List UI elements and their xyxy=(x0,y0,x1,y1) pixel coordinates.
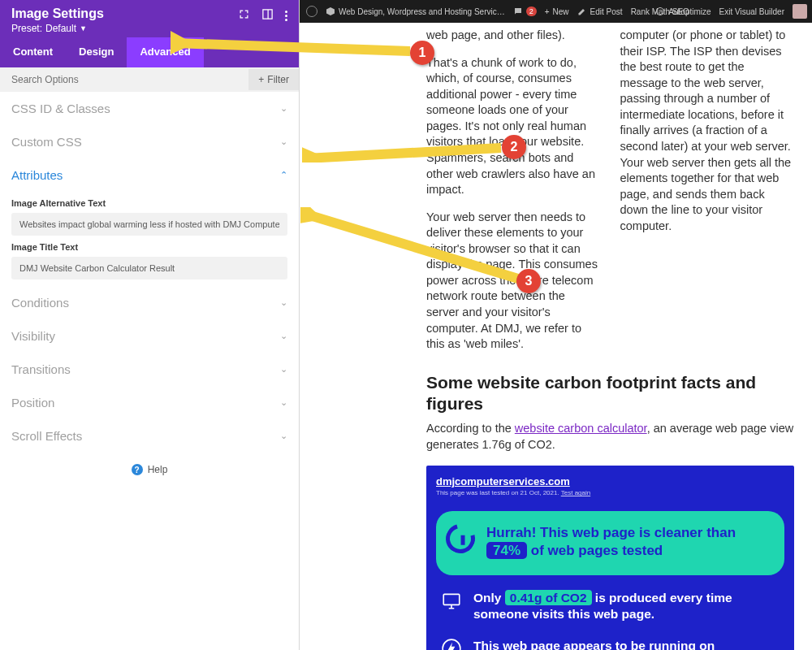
chevron-down-icon: ⌄ xyxy=(280,103,287,114)
title-text-label: Image Title Text xyxy=(11,242,287,252)
page-preview: Web Design, Wordpress and Hosting Servic… xyxy=(300,0,812,650)
section-scroll-effects[interactable]: Scroll Effects ⌄ xyxy=(0,419,299,453)
gauge-icon xyxy=(440,519,480,559)
panel-header: Image Settings Preset: Default ▼ xyxy=(0,0,299,37)
article-text: web page, and other files). xyxy=(426,28,601,44)
exit-visual-builder[interactable]: Exit Visual Builder xyxy=(719,7,784,16)
tab-design[interactable]: Design xyxy=(66,37,127,67)
plus-icon: + xyxy=(258,74,264,85)
panel-title: Image Settings xyxy=(11,6,238,21)
section-attributes-body: Image Alternative Text Image Title Text xyxy=(0,198,299,286)
section-custom-css[interactable]: Custom CSS ⌄ xyxy=(0,125,299,158)
wp-logo-icon[interactable] xyxy=(306,6,317,17)
svg-rect-3 xyxy=(443,594,460,604)
section-position[interactable]: Position ⌄ xyxy=(0,386,299,419)
co2-stat: Only 0.41g of CO2 is produced every time… xyxy=(436,590,784,624)
search-options[interactable]: Search Options xyxy=(0,67,248,92)
bolt-icon xyxy=(441,638,462,650)
section-conditions[interactable]: Conditions ⌄ xyxy=(0,286,299,319)
article-columns: web page, and other files). That's a chu… xyxy=(300,23,812,364)
article-text: Your web server then needs to deliver th… xyxy=(426,210,601,353)
chevron-down-icon: ⌄ xyxy=(280,297,287,308)
article-intro: According to the website carbon calculat… xyxy=(300,418,812,461)
chevron-down-icon: ⌄ xyxy=(280,431,287,441)
filter-button[interactable]: + Filter xyxy=(248,69,299,90)
monitor-icon xyxy=(441,590,462,611)
site-title[interactable]: Web Design, Wordpress and Hosting Servic… xyxy=(326,6,505,16)
article-text: That's a chunk of work to do, which, of … xyxy=(426,55,601,198)
chevron-down-icon: ⌄ xyxy=(280,331,287,341)
chevron-down-icon: ⌄ xyxy=(280,136,287,147)
alt-text-input[interactable] xyxy=(11,213,287,236)
title-text-input[interactable] xyxy=(11,257,287,280)
settings-panel: Image Settings Preset: Default ▼ Content… xyxy=(0,0,300,650)
tab-content[interactable]: Content xyxy=(0,37,66,67)
svg-point-2 xyxy=(657,8,664,15)
comments-count[interactable]: 2 xyxy=(513,6,537,16)
carbon-result-card: dmjcomputerservices.com This page was la… xyxy=(426,466,794,650)
alt-text-label: Image Alternative Text xyxy=(11,198,287,208)
article-col-left: web page, and other files). That's a chu… xyxy=(426,28,601,364)
sections-list: CSS ID & Classes ⌄ Custom CSS ⌄ Attribut… xyxy=(0,92,299,650)
annotation-marker-3: 3 xyxy=(516,269,541,293)
autoptimize[interactable]: Autoptimize xyxy=(655,6,710,16)
test-again-link[interactable]: Test again xyxy=(561,489,590,496)
edit-post[interactable]: Edit Post xyxy=(577,6,623,16)
caret-down-icon: ▼ xyxy=(80,24,87,32)
help-link[interactable]: ? Help xyxy=(0,453,299,487)
article-col-right: computer (or phone or tablet) to their I… xyxy=(620,28,795,364)
annotation-marker-1: 1 xyxy=(410,41,434,65)
energy-stat: This web page appears to be running on s… xyxy=(436,638,784,650)
co2-badge: 0.41g of CO2 xyxy=(505,590,592,605)
cleaner-than-block: Hurrah! This web page is cleaner than 74… xyxy=(436,511,784,574)
help-icon: ? xyxy=(132,464,143,475)
expand-icon[interactable] xyxy=(238,8,250,23)
chevron-down-icon: ⌄ xyxy=(280,397,287,408)
kebab-menu-icon[interactable] xyxy=(285,11,287,21)
article-text: computer (or phone or tablet) to their I… xyxy=(620,28,795,234)
tested-date: This page was last tested on 21 Oct, 202… xyxy=(436,489,784,496)
search-row: Search Options + Filter xyxy=(0,67,299,92)
new-menu[interactable]: + New xyxy=(545,7,569,16)
user-avatar[interactable] xyxy=(793,4,807,19)
carbon-calculator-link[interactable]: website carbon calculator xyxy=(515,422,647,435)
chevron-down-icon: ⌄ xyxy=(280,364,287,375)
section-css-id-classes[interactable]: CSS ID & Classes ⌄ xyxy=(0,92,299,125)
section-visibility[interactable]: Visibility ⌄ xyxy=(0,319,299,353)
tab-advanced[interactable]: Advanced xyxy=(127,37,203,67)
settings-tabs: Content Design Advanced xyxy=(0,37,299,67)
tested-url[interactable]: dmjcomputerservices.com xyxy=(436,475,784,488)
section-transitions[interactable]: Transitions ⌄ xyxy=(0,353,299,386)
wp-admin-bar: Web Design, Wordpress and Hosting Servic… xyxy=(300,0,812,23)
annotation-marker-2: 2 xyxy=(502,135,526,159)
percent-badge: 74% xyxy=(486,542,527,559)
article-heading: Some website carbon footprint facts and … xyxy=(300,364,812,418)
section-attributes[interactable]: Attributes ⌃ xyxy=(0,158,299,192)
panel-layout-icon[interactable] xyxy=(261,8,274,23)
chevron-up-icon: ⌃ xyxy=(280,170,287,180)
preset-selector[interactable]: Preset: Default ▼ xyxy=(11,23,87,34)
